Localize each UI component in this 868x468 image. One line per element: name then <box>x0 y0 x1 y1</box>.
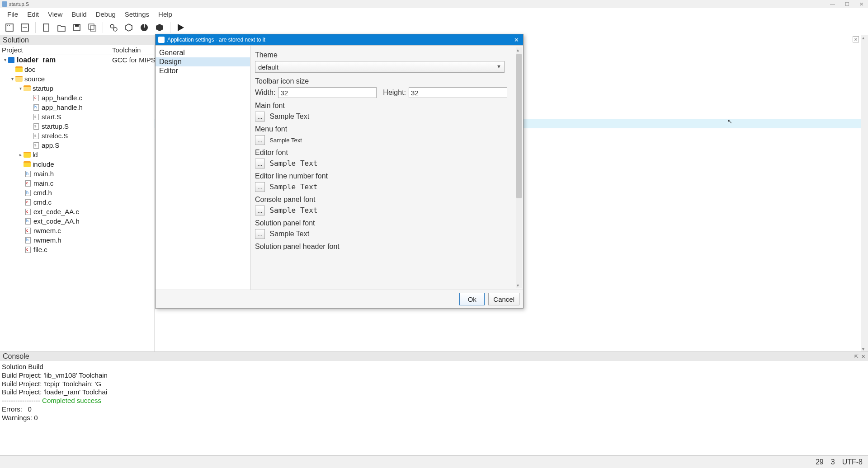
file-label: rwmem.h <box>33 236 61 244</box>
tree-folder-source[interactable]: ▾source <box>0 74 154 84</box>
menu-help[interactable]: Help <box>154 9 177 19</box>
new-file-icon[interactable] <box>39 21 53 34</box>
file-label: start.S <box>42 113 61 121</box>
dialog-icon <box>158 37 165 43</box>
tree-root[interactable]: ▾ loader_ram GCC for MIPS <box>0 55 154 65</box>
maximize-button[interactable]: ☐ <box>845 1 849 7</box>
solution-header-font-label: Solution panel header font <box>255 243 514 251</box>
theme-combo[interactable]: default ▼ <box>255 61 505 73</box>
toolbar-btn-1[interactable] <box>3 21 16 34</box>
tree-file[interactable]: start.S <box>0 112 154 122</box>
settings-category-list: General Design Editor <box>156 46 250 290</box>
tree-folder-include[interactable]: include <box>0 159 154 169</box>
tree-file[interactable]: app_handle.c <box>0 93 154 103</box>
category-editor[interactable]: Editor <box>156 66 250 75</box>
file-label: app_handle.c <box>42 94 82 102</box>
gears-icon[interactable] <box>107 21 120 34</box>
file-label: file.c <box>33 246 47 253</box>
console-pin-icon[interactable]: ⇱ <box>854 354 859 360</box>
console-panel: Console ⇱ ✕ Solution Build Build Project… <box>0 351 868 455</box>
solution-header: Solution <box>0 35 154 45</box>
scrollbar-thumb[interactable] <box>516 54 522 198</box>
tree-file[interactable]: rwmem.h <box>0 235 154 245</box>
expander-icon[interactable]: ▾ <box>2 57 8 62</box>
tree-file[interactable]: cmd.c <box>0 197 154 207</box>
s-file-icon <box>33 142 39 149</box>
folder-label: include <box>33 160 54 168</box>
menu-settings[interactable]: Settings <box>120 9 154 19</box>
console-font-picker-button[interactable]: ... <box>255 206 265 215</box>
main-font-picker-button[interactable]: ... <box>255 112 265 122</box>
settings-scrollbar[interactable] <box>516 47 522 288</box>
toolbar <box>0 20 868 35</box>
editor-font-picker-button[interactable]: ... <box>255 159 265 168</box>
minimize-button[interactable]: — <box>830 1 835 7</box>
tree-file[interactable]: ext_code_AA.h <box>0 216 154 226</box>
menu-debug[interactable]: Debug <box>91 9 120 19</box>
tree-file[interactable]: main.c <box>0 178 154 188</box>
editor-tab-close-icon[interactable]: ✕ <box>853 36 859 42</box>
category-general[interactable]: General <box>156 48 250 57</box>
svg-rect-14 <box>144 24 145 28</box>
tree-folder-ld[interactable]: ▸ld <box>0 150 154 159</box>
tree-file[interactable]: main.h <box>0 169 154 178</box>
project-icon <box>8 57 14 63</box>
disk-icon[interactable] <box>137 21 151 34</box>
folder-label: doc <box>24 66 35 73</box>
menu-view[interactable]: View <box>43 9 67 19</box>
col-header-project[interactable]: Project <box>0 45 110 55</box>
save-icon[interactable] <box>70 21 84 34</box>
h-file-icon <box>25 190 31 196</box>
tree-folder-doc[interactable]: doc <box>0 65 154 74</box>
svg-point-1 <box>7 25 8 26</box>
solution-font-picker-button[interactable]: ... <box>255 229 265 239</box>
cube-icon[interactable] <box>153 21 166 34</box>
menu-file[interactable]: File <box>3 9 23 19</box>
open-folder-icon[interactable] <box>55 21 68 34</box>
console-output[interactable]: Solution Build Build Project: 'lib_vm108… <box>0 361 868 455</box>
expander-icon[interactable]: ▾ <box>17 86 24 91</box>
s-file-icon <box>33 114 39 120</box>
s-file-icon <box>33 123 39 130</box>
tree-file[interactable]: rwmem.c <box>0 226 154 235</box>
tree-file[interactable]: streloc.S <box>0 131 154 140</box>
svg-marker-16 <box>178 24 184 31</box>
window-title: startup.S <box>9 1 29 7</box>
run-icon[interactable] <box>174 21 188 34</box>
tree-folder-startup[interactable]: ▾startup <box>0 84 154 93</box>
solution-font-sample: Sample Text <box>269 230 309 238</box>
menu-build[interactable]: Build <box>67 9 91 19</box>
menu-edit[interactable]: Edit <box>23 9 43 19</box>
cancel-button[interactable]: Cancel <box>488 293 519 305</box>
expander-icon[interactable]: ▾ <box>9 76 15 81</box>
editor-scrollbar[interactable] <box>861 35 868 351</box>
file-label: cmd.c <box>33 198 52 206</box>
file-label: cmd.h <box>33 189 52 197</box>
hex-icon[interactable] <box>122 21 136 34</box>
tree-file[interactable]: cmd.h <box>0 188 154 197</box>
menu-font-picker-button[interactable]: ... <box>255 135 265 145</box>
dialog-close-button[interactable]: ✕ <box>512 36 520 44</box>
tree-file[interactable]: startup.S <box>0 122 154 131</box>
tree-file[interactable]: app.S <box>0 140 154 150</box>
folder-icon <box>15 76 23 82</box>
solution-font-label: Solution panel font <box>255 219 514 227</box>
editor-ln-font-picker-button[interactable]: ... <box>255 182 265 192</box>
tree-file[interactable]: ext_code_AA.c <box>0 207 154 216</box>
tree-file[interactable]: app_handle.h <box>0 103 154 112</box>
svg-rect-0 <box>6 24 13 31</box>
tree-file[interactable]: file.c <box>0 245 154 254</box>
col-header-toolchain[interactable]: Toolchain <box>110 45 154 55</box>
dialog-titlebar[interactable]: Application settings - are stored next t… <box>156 34 523 45</box>
category-design[interactable]: Design <box>156 57 250 66</box>
save-all-icon[interactable] <box>85 21 99 34</box>
height-input[interactable] <box>409 87 507 98</box>
expander-icon[interactable]: ▸ <box>17 152 24 157</box>
ok-button[interactable]: Ok <box>459 293 485 305</box>
window-close-button[interactable]: ✕ <box>859 1 863 7</box>
width-input[interactable] <box>278 87 377 98</box>
file-label: app_handle.h <box>42 103 83 111</box>
status-col: 3 <box>831 458 835 466</box>
toolbar-btn-2[interactable] <box>18 21 32 34</box>
console-close-icon[interactable]: ✕ <box>861 354 865 360</box>
